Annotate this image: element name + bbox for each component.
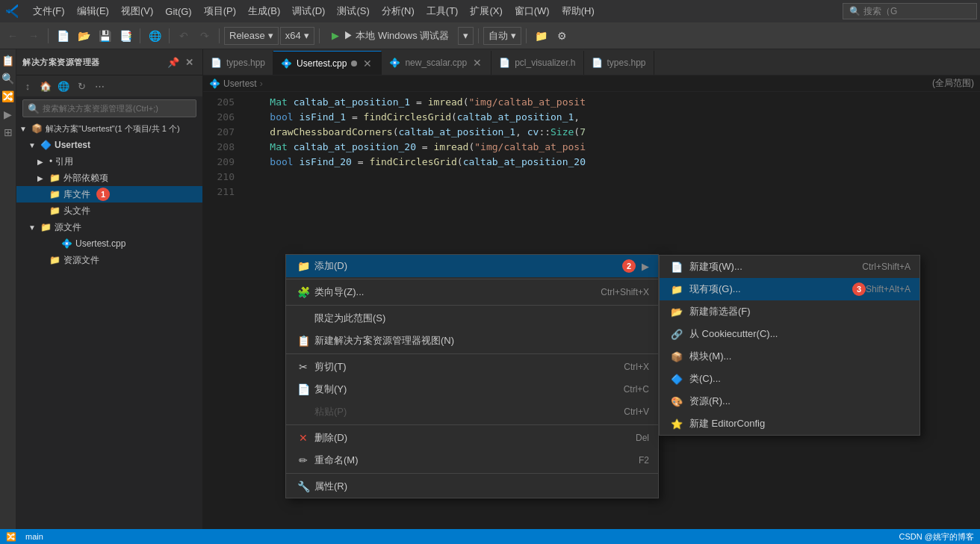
ctx-item-new-view[interactable]: 📋 新建解决方案资源管理器视图(N) bbox=[286, 330, 658, 352]
src-arrow-icon: ▼ bbox=[28, 223, 37, 232]
menu-view[interactable]: 视图(V) bbox=[115, 0, 159, 22]
new-item-icon: 📄 bbox=[669, 262, 685, 273]
activity-explorer[interactable]: 📋 bbox=[0, 52, 16, 69]
tab-new-scalar-cpp[interactable]: 💠 new_scalar.cpp ✕ bbox=[382, 51, 491, 75]
global-search[interactable]: 🔍 搜索（G bbox=[843, 3, 977, 19]
menu-tools[interactable]: 工具(T) bbox=[421, 0, 465, 22]
config-dropdown[interactable]: Release ▾ bbox=[224, 27, 279, 45]
sub-item-cookiecutter[interactable]: 🔗 从 Cookiecutter(C)... bbox=[660, 323, 919, 345]
tree-item-resource-files[interactable]: 📁 资源文件 bbox=[16, 252, 202, 268]
tree-item-usertest-cpp[interactable]: 💠 Usertest.cpp bbox=[16, 235, 202, 252]
tab-pcl-visualizer-h[interactable]: 📄 pcl_visualizer.h bbox=[491, 51, 583, 75]
debug-run-btn[interactable]: ▶ ▶ 本地 Windows 调试器 bbox=[324, 27, 457, 45]
tree-item-external-deps[interactable]: ▶ 📁 外部依赖项 bbox=[16, 170, 202, 186]
config-label: Release bbox=[229, 30, 265, 41]
menu-debug[interactable]: 调试(D) bbox=[286, 0, 331, 22]
menu-build[interactable]: 生成(B) bbox=[242, 0, 286, 22]
auto-container: 自动 ▾ bbox=[483, 27, 521, 45]
menu-help[interactable]: 帮助(H) bbox=[556, 0, 601, 22]
filter-btn[interactable]: 🌐 bbox=[55, 78, 72, 94]
tab-types-hpp-1[interactable]: 📄 types.hpp bbox=[203, 51, 273, 75]
tab-close-icon[interactable]: ✕ bbox=[362, 58, 373, 69]
ctx-item-copy[interactable]: 📄 复制(Y) Ctrl+C bbox=[286, 378, 658, 401]
solution-item[interactable]: ▼ 📦 解决方案"Usertest"(1 个项目/共 1 个) bbox=[16, 120, 202, 137]
menu-file[interactable]: 文件(F) bbox=[27, 0, 71, 22]
ctx-item-properties[interactable]: 🔧 属性(R) bbox=[286, 475, 658, 498]
ctx-item-class-wizard[interactable]: 🧩 类向导(Z)... Ctrl+Shift+X bbox=[286, 281, 658, 303]
tree-item-lib-files[interactable]: 📁 库文件 1 bbox=[16, 186, 202, 203]
folder-btn[interactable]: 📁 bbox=[531, 26, 551, 46]
project-item[interactable]: ▼ 🔷 Usertest bbox=[16, 137, 202, 153]
back-btn[interactable]: ← bbox=[3, 26, 22, 46]
save-btn[interactable]: 💾 bbox=[95, 26, 114, 46]
ctx-add-label: 添加(D) bbox=[314, 259, 616, 273]
breadcrumb-icon: 💠 bbox=[209, 78, 220, 89]
line-numbers: 205 206 207 208 209 210 211 bbox=[203, 92, 241, 529]
refresh-btn[interactable]: 🏠 bbox=[37, 78, 54, 94]
sub-item-editorconfig[interactable]: ⭐ 新建 EditorConfig bbox=[660, 412, 919, 435]
tree-item-source-files[interactable]: ▼ 📁 源文件 bbox=[16, 219, 202, 235]
debug-dropdown[interactable]: ▾ bbox=[458, 27, 474, 45]
breadcrumb-label[interactable]: Usertest bbox=[223, 78, 257, 89]
sync-btn[interactable]: ↻ bbox=[73, 78, 90, 94]
delete-icon: ✕ bbox=[295, 432, 311, 444]
menu-git[interactable]: Git(G) bbox=[159, 0, 197, 22]
redo-btn[interactable]: ↷ bbox=[195, 26, 214, 46]
settings-btn[interactable]: ⚙ bbox=[552, 26, 571, 46]
sep5 bbox=[319, 28, 320, 43]
ctx-rename-label: 重命名(M) bbox=[314, 454, 639, 467]
auto-dropdown[interactable]: 自动 ▾ bbox=[483, 27, 521, 45]
ctx-item-rename[interactable]: ✏ 重命名(M) F2 bbox=[286, 449, 658, 472]
collapse-all-btn[interactable]: ↕ bbox=[19, 78, 36, 94]
sub-item-new-item[interactable]: 📄 新建项(W)... Ctrl+Shift+A bbox=[660, 256, 919, 278]
sub-item-existing-item[interactable]: 📁 现有项(G)... 3 Shift+Alt+A bbox=[660, 278, 919, 300]
ctx-delete-label: 删除(D) bbox=[314, 431, 636, 445]
sidebar-search-bar[interactable]: 🔍 bbox=[22, 99, 196, 117]
menu-project[interactable]: 项目(P) bbox=[198, 0, 242, 22]
platform-dropdown[interactable]: x64 ▾ bbox=[280, 27, 314, 45]
activity-debug[interactable]: ▶ bbox=[0, 106, 16, 123]
save-all-btn[interactable]: 📑 bbox=[116, 26, 135, 46]
tree-item-references[interactable]: ▶ • 引用 bbox=[16, 153, 202, 170]
tree-item-header-files[interactable]: 📁 头文件 bbox=[16, 203, 202, 219]
tab-types-hpp-2[interactable]: 📄 types.hpp bbox=[584, 51, 654, 75]
new-file-btn[interactable]: 📄 bbox=[53, 26, 72, 46]
sub-editorconfig-label: 新建 EditorConfig bbox=[689, 417, 911, 430]
tree-content: ▼ 📦 解决方案"Usertest"(1 个项目/共 1 个) ▼ 🔷 User… bbox=[16, 120, 202, 529]
sub-item-module[interactable]: 📦 模块(M)... bbox=[660, 345, 919, 368]
activity-extensions[interactable]: ⊞ bbox=[0, 124, 16, 140]
sub-item-new-filter[interactable]: 📂 新建筛选器(F) bbox=[660, 300, 919, 323]
ctx-item-delete[interactable]: ✕ 删除(D) Del bbox=[286, 427, 658, 449]
ctx-item-cut[interactable]: ✂ 剪切(T) Ctrl+X bbox=[286, 356, 658, 378]
ref-label: 引用 bbox=[55, 155, 73, 168]
ctx-item-scope[interactable]: 限定为此范围(S) bbox=[286, 307, 658, 330]
globe-btn[interactable]: 🌐 bbox=[145, 26, 164, 46]
sub-item-class[interactable]: 🔷 类(C)... bbox=[660, 368, 919, 390]
sep2 bbox=[140, 28, 140, 43]
more-options-btn[interactable]: ⋯ bbox=[91, 78, 108, 94]
search-placeholder: 搜索（G bbox=[863, 5, 897, 18]
sidebar-search-input[interactable] bbox=[43, 104, 191, 113]
sidebar-close-btn[interactable]: ✕ bbox=[183, 55, 196, 69]
undo-btn[interactable]: ↶ bbox=[174, 26, 193, 46]
breadcrumb-scope[interactable]: (全局范围) bbox=[932, 77, 974, 90]
menu-test[interactable]: 测试(S) bbox=[331, 0, 375, 22]
sub-item-resource[interactable]: 🎨 资源(R)... bbox=[660, 390, 919, 412]
ctx-add-arrow-icon: ▶ bbox=[642, 261, 649, 272]
tab-close-2-icon[interactable]: ✕ bbox=[471, 57, 483, 69]
activity-git[interactable]: 🔀 bbox=[0, 88, 16, 105]
menu-extensions[interactable]: 扩展(X) bbox=[464, 0, 508, 22]
toolbar: ← → 📄 📂 💾 📑 🌐 ↶ ↷ Release ▾ x64 ▾ ▶ ▶ 本地… bbox=[0, 22, 980, 49]
src-icon: 📁 bbox=[40, 222, 52, 232]
menu-analyze[interactable]: 分析(N) bbox=[376, 0, 421, 22]
sidebar-pin-btn[interactable]: 📌 bbox=[167, 55, 180, 69]
menu-window[interactable]: 窗口(W) bbox=[509, 0, 556, 22]
menu-edit[interactable]: 编辑(E) bbox=[71, 0, 115, 22]
lib-label: 库文件 bbox=[63, 188, 90, 201]
tab-usertest-cpp[interactable]: 💠 Usertest.cpp ✕ bbox=[273, 51, 382, 75]
ctx-item-add[interactable]: 📁 添加(D) 2 ▶ bbox=[286, 255, 658, 277]
open-btn[interactable]: 📂 bbox=[74, 26, 93, 46]
forward-btn[interactable]: → bbox=[24, 26, 43, 46]
activity-search[interactable]: 🔍 bbox=[0, 70, 16, 87]
src-label: 源文件 bbox=[55, 221, 81, 234]
